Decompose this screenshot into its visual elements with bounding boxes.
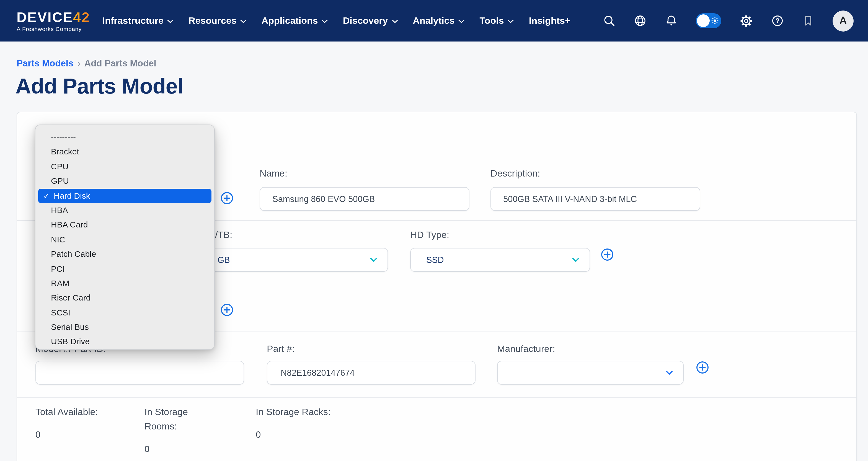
nav-item-applications[interactable]: Applications <box>261 15 328 26</box>
manufacturer-select[interactable] <box>497 361 684 385</box>
nav-item-resources[interactable]: Resources <box>188 15 247 26</box>
chevron-down-icon <box>665 370 673 375</box>
app-logo[interactable]: DEVICE42 A Freshworks Company <box>17 10 90 32</box>
help-button[interactable]: ? <box>771 14 784 27</box>
chevron-down-icon <box>572 257 580 262</box>
search-button[interactable] <box>603 14 616 27</box>
notifications-button[interactable] <box>665 14 678 27</box>
plus-circle-icon <box>220 191 234 205</box>
dropdown-option-label: HBA <box>51 205 68 215</box>
nav-item-label: Applications <box>261 15 318 26</box>
nav-item-label: Discovery <box>343 15 388 26</box>
stat-value: 0 <box>35 429 98 440</box>
chevron-down-icon <box>322 19 328 23</box>
nav-item-discovery[interactable]: Discovery <box>343 15 398 26</box>
add-type-button[interactable] <box>220 191 234 205</box>
dropdown-option-label: SCSI <box>51 307 70 317</box>
chevron-down-icon <box>241 19 247 23</box>
plus-circle-icon <box>220 303 234 316</box>
breadcrumb-separator: › <box>77 58 80 68</box>
search-icon <box>603 14 616 27</box>
breadcrumb: Parts Models›Add Parts Model <box>17 58 156 69</box>
dropdown-option-patch-cable[interactable]: Patch Cable <box>35 247 214 262</box>
dropdown-option-usb-drive[interactable]: USB Drive <box>35 335 214 349</box>
divider <box>17 397 857 398</box>
part-number-input[interactable] <box>267 361 475 385</box>
part-number-label: Part #: <box>267 344 294 355</box>
nav-item-infrastructure[interactable]: Infrastructure <box>102 15 174 26</box>
dropdown-option-riser-card[interactable]: Riser Card <box>35 291 214 306</box>
theme-toggle[interactable] <box>696 13 721 28</box>
svg-text:?: ? <box>776 17 780 24</box>
add-manufacturer-button[interactable] <box>696 361 709 374</box>
stat-total-available: Total Available: 0 <box>35 405 98 440</box>
stat-label: In Storage Rooms: <box>145 405 202 434</box>
user-avatar[interactable]: A <box>833 10 854 31</box>
dropdown-option-label: Hard Disk <box>54 188 90 203</box>
nav-item-label: Infrastructure <box>102 15 163 26</box>
breadcrumb-current: Add Parts Model <box>84 58 156 68</box>
add-button[interactable] <box>220 303 234 316</box>
dropdown-option-label: Serial Bus <box>51 322 89 332</box>
dropdown-option-bracket[interactable]: Bracket <box>35 145 214 159</box>
dropdown-option-serial-bus[interactable]: Serial Bus <box>35 320 214 335</box>
dropdown-option-scsi[interactable]: SCSI <box>35 305 214 320</box>
bookmark-icon <box>802 14 814 27</box>
dropdown-option-hba[interactable]: HBA <box>35 203 214 218</box>
dropdown-option-ram[interactable]: RAM <box>35 276 214 291</box>
sun-icon <box>711 17 718 24</box>
dropdown-option-cpu[interactable]: CPU <box>35 159 214 174</box>
brand-accent: 42 <box>73 9 90 25</box>
dropdown-option-hba-card[interactable]: HBA Card <box>35 218 214 233</box>
brand-wordmark: DEVICE42 <box>17 10 90 24</box>
dropdown-option-label: Riser Card <box>51 293 91 302</box>
stat-value: 0 <box>256 429 331 440</box>
name-label: Name: <box>259 168 287 179</box>
page-title: Add Parts Model <box>16 74 183 98</box>
globe-icon <box>634 14 647 27</box>
stat-in-storage-rooms: In Storage Rooms: 0 <box>145 405 202 454</box>
top-navbar: DEVICE42 A Freshworks Company Infrastruc… <box>0 0 868 41</box>
dropdown-option-label: CPU <box>51 162 68 171</box>
dropdown-option-hard-disk[interactable]: ✓Hard Disk <box>38 188 212 203</box>
chevron-down-icon <box>392 19 398 23</box>
dropdown-option-gpu[interactable]: GPU <box>35 174 214 188</box>
dropdown-option-label: GPU <box>51 176 69 185</box>
page: DEVICE42 A Freshworks Company Infrastruc… <box>0 0 868 461</box>
hd-type-select[interactable]: SSD <box>410 248 590 272</box>
chevron-down-icon <box>370 257 377 262</box>
description-label: Description: <box>491 168 540 179</box>
description-input[interactable] <box>491 187 700 211</box>
plus-circle-icon <box>696 361 709 374</box>
dropdown-option-label: HBA Card <box>51 220 88 229</box>
dropdown-option-label: --------- <box>51 132 76 142</box>
stat-label: Total Available: <box>35 405 98 420</box>
navbar-actions: ? A <box>603 10 854 31</box>
nav-item-analytics[interactable]: Analytics <box>413 15 464 26</box>
bookmark-button[interactable] <box>802 14 814 27</box>
model-part-id-input[interactable] <box>35 361 244 385</box>
language-button[interactable] <box>634 14 647 27</box>
gb-tb-select[interactable]: GB <box>202 248 388 272</box>
dropdown-option-nic[interactable]: NIC <box>35 232 214 247</box>
gear-icon <box>740 14 753 27</box>
dropdown-option-pci[interactable]: PCI <box>35 262 214 276</box>
nav-item-insights[interactable]: Insights+ <box>529 15 570 26</box>
chevron-down-icon <box>167 19 174 23</box>
checkmark-icon: ✓ <box>43 188 51 203</box>
add-hd-type-button[interactable] <box>600 248 614 261</box>
name-input[interactable] <box>259 187 469 211</box>
nav-item-tools[interactable]: Tools <box>480 15 514 26</box>
hd-type-label: HD Type: <box>410 230 449 241</box>
gb-tb-value: GB <box>218 255 230 265</box>
help-icon: ? <box>771 14 784 27</box>
chevron-down-icon <box>508 19 514 23</box>
stat-in-storage-racks: In Storage Racks: 0 <box>256 405 331 440</box>
nav-item-label: Resources <box>188 15 237 26</box>
breadcrumb-parts-models-link[interactable]: Parts Models <box>17 58 73 68</box>
primary-nav: InfrastructureResourcesApplicationsDisco… <box>102 15 570 26</box>
settings-button[interactable] <box>740 14 753 27</box>
plus-circle-icon <box>600 248 614 261</box>
bell-icon <box>665 14 678 27</box>
dropdown-option-blank[interactable]: --------- <box>35 130 214 145</box>
